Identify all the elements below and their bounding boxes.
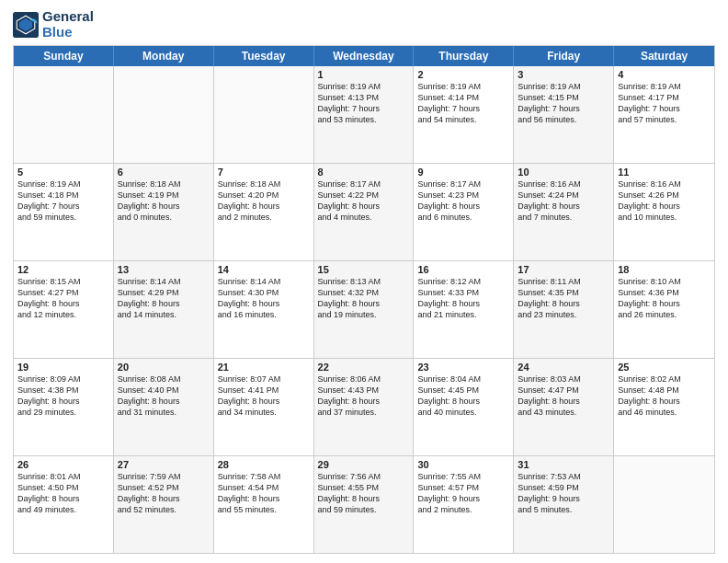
day-info: Sunrise: 8:12 AM Sunset: 4:33 PM Dayligh… (417, 276, 509, 321)
day-cell-10: 10Sunrise: 8:16 AM Sunset: 4:24 PM Dayli… (514, 164, 614, 260)
day-cell-12: 12Sunrise: 8:15 AM Sunset: 4:27 PM Dayli… (14, 261, 114, 358)
day-info: Sunrise: 8:16 AM Sunset: 4:26 PM Dayligh… (618, 178, 711, 224)
day-number: 17 (518, 264, 609, 275)
day-cell-6: 6Sunrise: 8:18 AM Sunset: 4:19 PM Daylig… (114, 164, 214, 260)
day-info: Sunrise: 8:19 AM Sunset: 4:15 PM Dayligh… (518, 81, 609, 126)
day-info: Sunrise: 8:06 AM Sunset: 4:43 PM Dayligh… (318, 373, 410, 419)
day-number: 26 (17, 459, 109, 470)
day-cell-4: 4Sunrise: 8:19 AM Sunset: 4:17 PM Daylig… (614, 66, 714, 163)
day-info: Sunrise: 8:10 AM Sunset: 4:36 PM Dayligh… (618, 276, 711, 321)
day-header-sunday: Sunday (14, 46, 114, 66)
calendar-row-5: 26Sunrise: 8:01 AM Sunset: 4:50 PM Dayli… (14, 455, 714, 553)
day-cell-31: 31Sunrise: 7:53 AM Sunset: 4:59 PM Dayli… (514, 456, 614, 553)
day-number: 22 (318, 362, 410, 373)
day-info: Sunrise: 7:56 AM Sunset: 4:55 PM Dayligh… (318, 471, 410, 516)
day-number: 16 (417, 264, 509, 275)
day-cell-5: 5Sunrise: 8:19 AM Sunset: 4:18 PM Daylig… (14, 164, 114, 260)
day-info: Sunrise: 8:11 AM Sunset: 4:35 PM Dayligh… (518, 276, 609, 321)
day-cell-14: 14Sunrise: 8:14 AM Sunset: 4:30 PM Dayli… (214, 261, 314, 358)
day-number: 23 (417, 362, 509, 373)
day-number: 18 (618, 264, 711, 275)
day-number: 1 (318, 69, 410, 80)
day-cell-9: 9Sunrise: 8:17 AM Sunset: 4:23 PM Daylig… (414, 164, 514, 260)
calendar-body: 1Sunrise: 8:19 AM Sunset: 4:13 PM Daylig… (14, 66, 714, 553)
day-number: 24 (518, 362, 609, 373)
calendar-row-1: 1Sunrise: 8:19 AM Sunset: 4:13 PM Daylig… (14, 66, 714, 163)
day-cell-22: 22Sunrise: 8:06 AM Sunset: 4:43 PM Dayli… (314, 359, 415, 455)
day-info: Sunrise: 7:59 AM Sunset: 4:52 PM Dayligh… (118, 471, 210, 516)
day-number: 15 (318, 264, 410, 275)
day-info: Sunrise: 8:02 AM Sunset: 4:48 PM Dayligh… (618, 373, 711, 419)
day-info: Sunrise: 8:15 AM Sunset: 4:27 PM Dayligh… (17, 276, 109, 321)
empty-cell (14, 66, 114, 163)
day-number: 19 (17, 362, 109, 373)
day-cell-7: 7Sunrise: 8:18 AM Sunset: 4:20 PM Daylig… (214, 164, 314, 260)
day-cell-26: 26Sunrise: 8:01 AM Sunset: 4:50 PM Dayli… (14, 456, 114, 553)
day-info: Sunrise: 7:58 AM Sunset: 4:54 PM Dayligh… (218, 471, 310, 516)
day-number: 6 (118, 167, 210, 178)
day-cell-28: 28Sunrise: 7:58 AM Sunset: 4:54 PM Dayli… (214, 456, 314, 553)
day-number: 5 (17, 167, 109, 178)
day-cell-30: 30Sunrise: 7:55 AM Sunset: 4:57 PM Dayli… (414, 456, 514, 553)
day-cell-16: 16Sunrise: 8:12 AM Sunset: 4:33 PM Dayli… (414, 261, 514, 358)
day-cell-1: 1Sunrise: 8:19 AM Sunset: 4:13 PM Daylig… (314, 66, 415, 163)
logo-icon (13, 12, 39, 38)
day-info: Sunrise: 8:18 AM Sunset: 4:20 PM Dayligh… (218, 178, 310, 224)
day-cell-15: 15Sunrise: 8:13 AM Sunset: 4:32 PM Dayli… (314, 261, 415, 358)
day-number: 3 (518, 69, 609, 80)
day-header-saturday: Saturday (614, 46, 714, 66)
day-cell-20: 20Sunrise: 8:08 AM Sunset: 4:40 PM Dayli… (114, 359, 214, 455)
day-number: 9 (417, 167, 509, 178)
calendar-header: SundayMondayTuesdayWednesdayThursdayFrid… (14, 46, 714, 66)
day-cell-29: 29Sunrise: 7:56 AM Sunset: 4:55 PM Dayli… (314, 456, 415, 553)
day-number: 30 (417, 459, 509, 470)
day-number: 28 (218, 459, 310, 470)
empty-cell (614, 456, 714, 553)
day-cell-21: 21Sunrise: 8:07 AM Sunset: 4:41 PM Dayli… (214, 359, 314, 455)
day-number: 20 (118, 362, 210, 373)
page-header: General Blue (13, 9, 715, 40)
day-number: 29 (318, 459, 410, 470)
day-info: Sunrise: 8:07 AM Sunset: 4:41 PM Dayligh… (218, 373, 310, 419)
day-info: Sunrise: 8:19 AM Sunset: 4:14 PM Dayligh… (417, 81, 509, 126)
day-cell-3: 3Sunrise: 8:19 AM Sunset: 4:15 PM Daylig… (514, 66, 614, 163)
day-number: 14 (218, 264, 310, 275)
day-number: 12 (17, 264, 109, 275)
day-cell-25: 25Sunrise: 8:02 AM Sunset: 4:48 PM Dayli… (614, 359, 714, 455)
day-info: Sunrise: 8:08 AM Sunset: 4:40 PM Dayligh… (118, 373, 210, 419)
logo: General Blue (13, 9, 94, 40)
day-header-wednesday: Wednesday (314, 46, 415, 66)
day-info: Sunrise: 7:53 AM Sunset: 4:59 PM Dayligh… (518, 471, 609, 516)
day-cell-23: 23Sunrise: 8:04 AM Sunset: 4:45 PM Dayli… (414, 359, 514, 455)
day-info: Sunrise: 8:19 AM Sunset: 4:17 PM Dayligh… (618, 81, 711, 126)
day-number: 13 (118, 264, 210, 275)
day-cell-18: 18Sunrise: 8:10 AM Sunset: 4:36 PM Dayli… (614, 261, 714, 358)
day-info: Sunrise: 8:19 AM Sunset: 4:13 PM Dayligh… (318, 81, 410, 126)
day-number: 25 (618, 362, 711, 373)
empty-cell (114, 66, 214, 163)
logo-text: General Blue (42, 9, 94, 40)
day-number: 21 (218, 362, 310, 373)
day-info: Sunrise: 7:55 AM Sunset: 4:57 PM Dayligh… (417, 471, 509, 516)
day-number: 8 (318, 167, 410, 178)
day-header-thursday: Thursday (414, 46, 514, 66)
day-info: Sunrise: 8:19 AM Sunset: 4:18 PM Dayligh… (17, 178, 109, 224)
calendar-row-4: 19Sunrise: 8:09 AM Sunset: 4:38 PM Dayli… (14, 358, 714, 455)
day-cell-2: 2Sunrise: 8:19 AM Sunset: 4:14 PM Daylig… (414, 66, 514, 163)
day-cell-13: 13Sunrise: 8:14 AM Sunset: 4:29 PM Dayli… (114, 261, 214, 358)
day-number: 31 (518, 459, 609, 470)
day-info: Sunrise: 8:14 AM Sunset: 4:29 PM Dayligh… (118, 276, 210, 321)
day-info: Sunrise: 8:13 AM Sunset: 4:32 PM Dayligh… (318, 276, 410, 321)
empty-cell (214, 66, 314, 163)
day-header-tuesday: Tuesday (214, 46, 314, 66)
day-cell-27: 27Sunrise: 7:59 AM Sunset: 4:52 PM Dayli… (114, 456, 214, 553)
day-info: Sunrise: 8:18 AM Sunset: 4:19 PM Dayligh… (118, 178, 210, 224)
day-info: Sunrise: 8:17 AM Sunset: 4:22 PM Dayligh… (318, 178, 410, 224)
calendar-row-2: 5Sunrise: 8:19 AM Sunset: 4:18 PM Daylig… (14, 163, 714, 260)
day-header-friday: Friday (514, 46, 614, 66)
day-info: Sunrise: 8:14 AM Sunset: 4:30 PM Dayligh… (218, 276, 310, 321)
day-info: Sunrise: 8:04 AM Sunset: 4:45 PM Dayligh… (417, 373, 509, 419)
calendar: SundayMondayTuesdayWednesdayThursdayFrid… (13, 45, 715, 554)
day-header-monday: Monday (114, 46, 214, 66)
day-info: Sunrise: 8:01 AM Sunset: 4:50 PM Dayligh… (17, 471, 109, 516)
